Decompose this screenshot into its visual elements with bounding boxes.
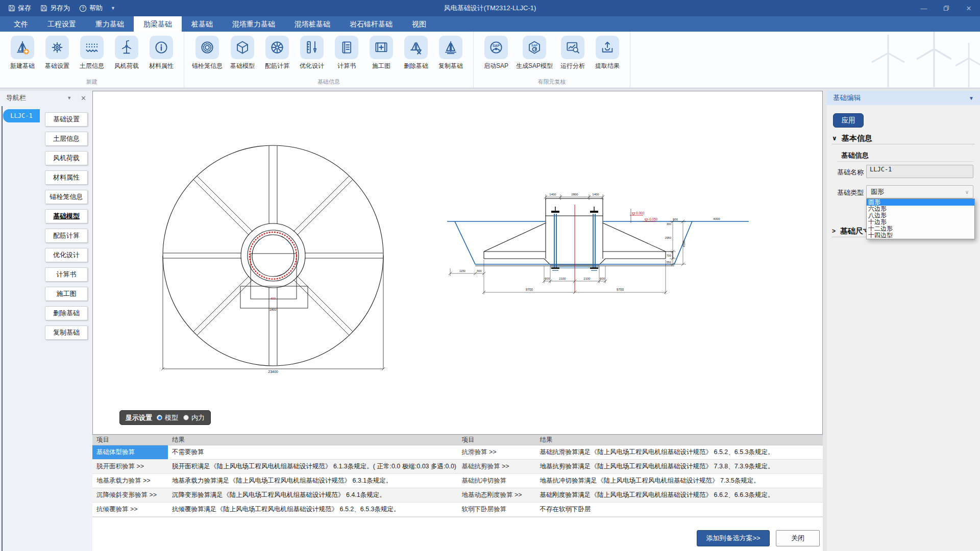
ribbon-button-label: 材料属性 [149, 62, 174, 70]
sidebar-item-优化设计[interactable]: 优化设计 [45, 248, 88, 262]
section-basic-info[interactable]: ∨ 基本信息 [832, 133, 975, 144]
sidebar-item-施工图[interactable]: 施工图 [45, 287, 88, 301]
save-as-button[interactable]: 另存为 [37, 0, 73, 16]
svg-text:4000: 4000 [713, 217, 720, 220]
display-option-模型[interactable]: 模型 [157, 413, 178, 422]
svg-text:300: 300 [667, 222, 671, 226]
table-row-item[interactable]: 抗倾覆验算 >> [92, 503, 168, 517]
minimize-icon[interactable]: — [913, 0, 935, 16]
restore-icon[interactable] [935, 0, 958, 16]
menu-tab-5[interactable]: 桩基础 [182, 16, 223, 32]
wind-turbine-watermark [857, 32, 980, 87]
wind-turbine-icon [115, 36, 138, 59]
table-row-item[interactable]: 基础抗冲切验算 [458, 474, 536, 488]
menu-tab-2[interactable]: 工程设置 [38, 16, 86, 32]
ribbon-button-extract-results[interactable]: 提取结果 [590, 36, 625, 70]
window-controls: — ✕ [913, 0, 980, 16]
foundation-editor-panel: 基础编辑 ▼ 应用 ∨ 基本信息 基础信息 基础名称 基础类型 圆形 ∨ 圆形六… [827, 91, 980, 551]
sidebar-item-锚栓笼信息[interactable]: 锚栓笼信息 [45, 190, 88, 204]
foundation-type-select[interactable]: 圆形 ∨ [866, 185, 973, 198]
menu-tabs: 文件工程设置重力基础肋梁基础桩基础混塔重力基础混塔桩基础岩石锚杆基础视图 [0, 16, 980, 32]
navigator-close-icon[interactable]: ✕ [81, 94, 86, 102]
svg-text:2800: 2800 [270, 308, 277, 311]
foundation-name-input[interactable] [866, 165, 973, 178]
menu-tab-6[interactable]: 混塔重力基础 [223, 16, 285, 32]
results-table-left: 项目结果基础体型验算不需要验算脱开面积验算 >>脱开面积满足《陆上风电场工程风电… [92, 435, 458, 517]
column-header: 项目 [458, 435, 536, 445]
ribbon-button-new-foundation[interactable]: 新建基础 [5, 36, 40, 70]
close-icon[interactable]: ✕ [958, 0, 980, 16]
ribbon-button-rebar-calc[interactable]: 配筋计算 [260, 36, 295, 70]
project-tab[interactable]: LLJC-1 [3, 109, 40, 122]
ribbon-button-run-analysis[interactable]: 运行分析 [555, 36, 590, 70]
table-row-item[interactable]: 地基动态刚度验算 >> [458, 488, 536, 503]
drawing-canvas[interactable]: 2340040028000.000-0.05060040001400280014… [92, 91, 823, 435]
sidebar-item-材料属性[interactable]: 材料属性 [45, 170, 88, 185]
ribbon-button-settings-gear[interactable]: 基础设置 [40, 36, 75, 70]
sidebar-item-复制基础[interactable]: 复制基础 [45, 325, 88, 340]
menu-tab-7[interactable]: 混塔桩基础 [285, 16, 340, 32]
dropdown-option-圆形[interactable]: 圆形 [867, 199, 974, 206]
menu-tab-9[interactable]: 视图 [402, 16, 436, 32]
sidebar-item-风机荷载[interactable]: 风机荷载 [45, 151, 88, 165]
ribbon-button-calc-report[interactable]: 计算书 [329, 36, 364, 70]
sidebar-item-计算书[interactable]: 计算书 [45, 267, 88, 282]
table-row-item[interactable]: 抗滑验算 >> [458, 445, 536, 460]
chevron-right-icon: > [832, 228, 836, 235]
sidebar-item-删除基础[interactable]: 删除基础 [45, 306, 88, 320]
ribbon-button-construction-drawing[interactable]: 施工图 [364, 36, 399, 70]
display-settings-label: 显示设置 [126, 413, 152, 422]
apply-button[interactable]: 应用 [833, 113, 864, 128]
ribbon-group-1: 新建基础基础设置土层信息风机荷载材料属性新建 [0, 32, 184, 88]
svg-text:?: ? [82, 6, 84, 11]
dropdown-option-十二边形[interactable]: 十二边形 [867, 226, 974, 232]
dropdown-option-六边形[interactable]: 六边形 [867, 206, 974, 212]
table-row-item[interactable]: 地基承载力验算 >> [92, 474, 168, 488]
run-analysis-icon [561, 36, 584, 59]
display-settings-bar: 显示设置 模型内力 [119, 410, 211, 425]
navigator-collapse-icon[interactable]: ▼ [67, 95, 71, 101]
menu-tab-3[interactable]: 重力基础 [86, 16, 134, 32]
optimize-design-icon [300, 36, 324, 59]
dropdown-option-八边形[interactable]: 八边形 [867, 212, 974, 219]
ribbon-button-sap-generate[interactable]: SAP生成SAP模型 [513, 36, 555, 70]
sidebar-item-配筋计算[interactable]: 配筋计算 [45, 229, 88, 243]
sidebar-item-土层信息[interactable]: 土层信息 [45, 132, 88, 146]
ribbon-button-anchor-cage[interactable]: 锚栓笼信息 [189, 36, 225, 70]
dropdown-option-十四边型[interactable]: 十四边型 [867, 232, 974, 239]
navigator-items: 基础设置土层信息风机荷载材料属性锚栓笼信息基础模型配筋计算优化设计计算书施工图删… [45, 112, 88, 340]
display-option-内力[interactable]: 内力 [183, 413, 205, 422]
ribbon-group-3: SAP启动SAPSAP生成SAP模型运行分析提取结果有限元复核 [474, 32, 630, 88]
save-as-icon [40, 5, 47, 12]
menu-tab-8[interactable]: 岩石锚杆基础 [340, 16, 402, 32]
menu-tab-4[interactable]: 肋梁基础 [134, 16, 182, 32]
table-row-item[interactable]: 基础体型验算 [92, 445, 168, 460]
ribbon-button-copy-foundation[interactable]: 复制基础 [433, 36, 468, 70]
menu-tab-1[interactable]: 文件 [4, 16, 38, 32]
save-button[interactable]: 保存 [5, 0, 34, 16]
editor-collapse-icon[interactable]: ▼ [969, 95, 974, 101]
sidebar-item-基础设置[interactable]: 基础设置 [45, 112, 88, 127]
table-row-item[interactable]: 基础抗剪验算 >> [458, 460, 536, 474]
ribbon-button-soil-layers[interactable]: 土层信息 [75, 36, 109, 70]
ribbon-button-wind-turbine[interactable]: 风机荷载 [109, 36, 144, 70]
close-button[interactable]: 关闭 [776, 530, 820, 546]
ribbon-button-sap-launch[interactable]: SAP启动SAP [479, 36, 513, 70]
ribbon-button-foundation-model[interactable]: 基础模型 [225, 36, 260, 70]
copy-foundation-icon [439, 36, 462, 59]
dropdown-option-十边形[interactable]: 十边形 [867, 219, 974, 226]
svg-text:700: 700 [667, 254, 671, 257]
table-row-item[interactable]: 沉降倾斜变形验算 >> [92, 488, 168, 503]
ribbon-button-material-info[interactable]: 材料属性 [144, 36, 179, 70]
ribbon-button-label: 施工图 [372, 62, 390, 70]
sidebar-item-基础模型[interactable]: 基础模型 [45, 209, 88, 223]
new-foundation-icon [11, 36, 34, 59]
add-to-candidates-button[interactable]: 添加到备选方案>> [697, 530, 770, 546]
help-button[interactable]: ? 帮助 [76, 0, 106, 16]
extract-results-icon [596, 36, 619, 59]
table-row-item[interactable]: 脱开面积验算 >> [92, 460, 168, 474]
ribbon-button-optimize-design[interactable]: 优化设计 [295, 36, 329, 70]
table-row-item[interactable]: 软弱下卧层验算 [458, 503, 536, 517]
ribbon-button-delete-foundation[interactable]: 删除基础 [399, 36, 433, 70]
quick-access-caret-icon[interactable]: ▼ [109, 6, 117, 11]
